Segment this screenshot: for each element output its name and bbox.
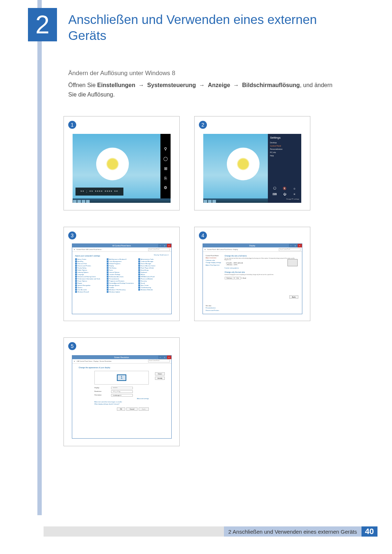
- apply-button[interactable]: Apply: [139, 407, 149, 411]
- cp-item[interactable]: Sync Center: [138, 284, 168, 286]
- cp-item[interactable]: Mouse: [138, 274, 168, 275]
- cp-item[interactable]: Storage Spaces: [107, 284, 137, 286]
- cp-item[interactable]: Sound: [138, 282, 168, 284]
- network-icon[interactable]: 🖵: [270, 186, 279, 191]
- cp-item[interactable]: RemoteApp and Desktop Connections: [107, 282, 137, 284]
- cp-item[interactable]: AutoPlay: [75, 260, 105, 262]
- cp-item[interactable]: Phone and Modem: [138, 278, 168, 280]
- custom-sizing-link[interactable]: Custom sizing options: [225, 267, 299, 269]
- cp-item[interactable]: Keyboard: [138, 271, 168, 273]
- resolution-dropdown[interactable]: **** × **** ▾: [111, 390, 133, 393]
- cp-item[interactable]: Devices and Printers: [75, 265, 105, 267]
- cp-item[interactable]: Windows 7 File Recovery: [107, 289, 137, 291]
- detect-button[interactable]: Detect: [155, 372, 165, 376]
- cp-item[interactable]: Credential Manager: [138, 260, 168, 262]
- cp-item[interactable]: [138, 291, 168, 293]
- notifications-icon[interactable]: ⌨: [270, 192, 279, 197]
- cp-item[interactable]: Personalization: [107, 278, 137, 280]
- cp-item[interactable]: Programs and Features: [107, 280, 137, 282]
- minimize-button[interactable]: –: [158, 244, 163, 247]
- nav-back-icon[interactable]: ◄: [74, 360, 75, 362]
- cp-item[interactable]: Windows Firewall: [75, 291, 105, 293]
- search-icon[interactable]: ⚲: [164, 147, 167, 151]
- cp-item[interactable]: Action Center: [75, 258, 105, 260]
- apply-button[interactable]: Apply: [289, 295, 298, 299]
- close-button[interactable]: ×: [167, 356, 171, 359]
- cp-item[interactable]: Internet Options: [107, 271, 137, 273]
- devices-icon[interactable]: ⎘: [164, 176, 167, 180]
- power-icon[interactable]: ⏻: [280, 192, 289, 197]
- cp-item[interactable]: Device Manager: [138, 263, 168, 264]
- cp-item[interactable]: Power Options: [75, 280, 105, 282]
- display-dropdown[interactable]: ********: [111, 387, 133, 389]
- bold-checkbox[interactable]: ☐ Bold: [241, 277, 246, 279]
- cp-item[interactable]: NVIDIA Control Panel: [138, 276, 168, 278]
- brightness-icon[interactable]: ☼: [290, 186, 299, 191]
- breadcrumb[interactable]: Control Panel › All Control Panel Items …: [207, 249, 277, 250]
- cp-item[interactable]: Folder Options: [75, 269, 105, 271]
- cp-item[interactable]: Windows Defender: [138, 289, 168, 291]
- cp-item[interactable]: Date and Time: [75, 263, 105, 264]
- seealso-link[interactable]: Devices and Printers: [206, 309, 222, 312]
- cp-item[interactable]: Add features to Windows 8: [107, 258, 137, 260]
- settings-item[interactable]: PC info: [270, 151, 299, 153]
- cp-item[interactable]: Troubleshooting: [138, 287, 168, 288]
- settings-item[interactable]: Help: [270, 155, 299, 157]
- cancel-button[interactable]: Cancel: [126, 407, 137, 411]
- nav-back-icon[interactable]: ◄: [204, 249, 206, 250]
- share-icon[interactable]: ◯: [163, 156, 168, 161]
- cp-item[interactable]: Default Programs: [107, 263, 137, 264]
- cp-item[interactable]: Notification Area Icons: [107, 276, 137, 278]
- settings-item[interactable]: Personalization: [270, 148, 299, 150]
- cp-item[interactable]: System: [75, 287, 105, 288]
- keyboard-icon[interactable]: ≡: [290, 192, 299, 197]
- search-input[interactable]: Search Control Panel: [279, 248, 301, 251]
- sidebar-item[interactable]: Change display settings: [206, 262, 222, 264]
- settings-item-control-panel[interactable]: Control Panel: [270, 145, 299, 147]
- cp-item[interactable]: Taskbar: [107, 287, 137, 288]
- cp-item[interactable]: Language: [75, 274, 105, 275]
- minimize-button[interactable]: –: [289, 244, 293, 247]
- cp-item[interactable]: File History: [107, 267, 137, 269]
- search-input[interactable]: Search Control Panel: [148, 248, 170, 251]
- cp-item[interactable]: Ease of Access Center: [138, 265, 168, 267]
- cp-item[interactable]: Flash Player (32-bit): [138, 267, 168, 269]
- cp-item[interactable]: Color Management: [107, 260, 137, 262]
- ok-button[interactable]: OK: [117, 407, 126, 411]
- cp-item[interactable]: Location Settings: [107, 274, 137, 275]
- cp-item[interactable]: Family Safety: [75, 267, 105, 269]
- breadcrumb[interactable]: « All Control Panel Items › Display › Sc…: [76, 360, 146, 362]
- cp-item[interactable]: Fonts: [107, 269, 137, 271]
- settings-item[interactable]: Desktop: [270, 141, 299, 144]
- cp-item[interactable]: Recovery: [138, 280, 168, 282]
- minimize-button[interactable]: –: [158, 356, 163, 359]
- cp-item[interactable]: Indexing Options: [75, 271, 105, 273]
- settings-icon[interactable]: ⚙: [164, 185, 167, 190]
- maximize-button[interactable]: □: [293, 244, 298, 247]
- cp-item[interactable]: Administrative Tools: [138, 258, 168, 260]
- start-icon[interactable]: ⊞: [164, 166, 167, 171]
- close-button[interactable]: ×: [298, 244, 302, 247]
- what-settings-link[interactable]: What display settings should I choose?: [94, 403, 149, 405]
- search-input[interactable]: Search Control Panel: [148, 360, 170, 362]
- close-button[interactable]: ×: [167, 244, 171, 247]
- cp-item[interactable]: Display: [107, 265, 137, 267]
- volume-icon[interactable]: 🔇: [280, 186, 289, 191]
- cp-item[interactable]: Performance Information and Tools: [75, 278, 105, 280]
- cp-item[interactable]: Network and Sharing Center: [75, 276, 105, 278]
- breadcrumb[interactable]: Control Panel › All Control Panel Items …: [76, 249, 146, 250]
- cp-item[interactable]: Speech Recognition: [75, 284, 105, 286]
- sidebar-item[interactable]: Adjust ClearType text: [206, 264, 222, 266]
- change-pc-settings-link[interactable]: Change PC settings: [270, 198, 299, 200]
- view-by-dropdown[interactable]: View by: Small icons ▾: [154, 254, 168, 256]
- advanced-settings-link[interactable]: Advanced settings: [94, 398, 149, 399]
- cp-item[interactable]: Region: [75, 282, 105, 284]
- maximize-button[interactable]: □: [163, 244, 167, 247]
- orientation-dropdown[interactable]: Landscape ▾: [111, 394, 133, 397]
- monitor-1[interactable]: 1: [117, 374, 126, 381]
- text-size-dropdown[interactable]: 11 ▾: [234, 277, 241, 279]
- cp-item[interactable]: Windows Update: [107, 291, 137, 293]
- cp-item[interactable]: User Accounts: [75, 289, 105, 291]
- maximize-button[interactable]: □: [163, 356, 167, 359]
- cp-item[interactable]: HomeGroup: [138, 269, 168, 271]
